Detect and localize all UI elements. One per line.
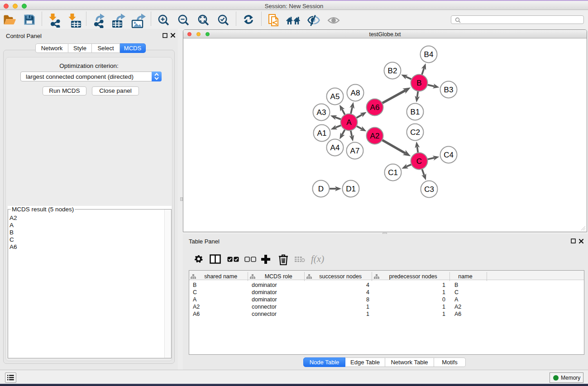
svg-text:B4: B4 xyxy=(424,50,434,59)
svg-text:A1: A1 xyxy=(317,129,327,138)
svg-text:A8: A8 xyxy=(351,89,360,97)
svg-text:A2: A2 xyxy=(370,132,380,140)
svg-text:C4: C4 xyxy=(444,151,454,159)
svg-text:C3: C3 xyxy=(424,185,434,194)
svg-text:C: C xyxy=(416,157,422,166)
svg-text:B1: B1 xyxy=(411,108,420,116)
svg-text:A7: A7 xyxy=(350,147,360,155)
svg-text:A5: A5 xyxy=(330,92,340,101)
svg-text:A4: A4 xyxy=(330,143,340,152)
svg-text:D: D xyxy=(318,185,324,193)
svg-text:A3: A3 xyxy=(317,108,326,117)
svg-text:A6: A6 xyxy=(370,103,380,112)
svg-text:A: A xyxy=(346,118,352,127)
svg-text:B: B xyxy=(416,79,421,87)
svg-text:B2: B2 xyxy=(388,67,397,75)
svg-text:B3: B3 xyxy=(444,86,454,94)
svg-text:C1: C1 xyxy=(388,168,398,177)
svg-text:C2: C2 xyxy=(410,128,420,137)
svg-text:D1: D1 xyxy=(346,185,356,193)
